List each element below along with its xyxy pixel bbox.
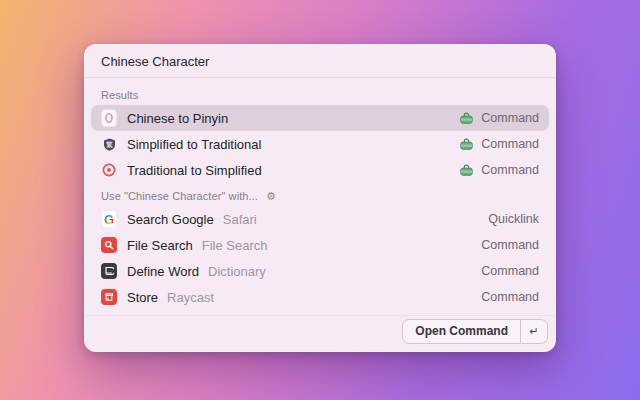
list-item-title: Simplified to Traditional xyxy=(127,137,261,152)
list-item-title: Traditional to Simplified xyxy=(127,163,262,178)
list-item[interactable]: G Search Google Safari Quicklink xyxy=(91,206,549,232)
search-input[interactable]: Chinese Character xyxy=(85,45,555,78)
list-item-type-label: Command xyxy=(481,137,539,151)
raycast-window: Chinese Character Results Chinese to Pin… xyxy=(84,44,556,352)
list-item-type-label: Command xyxy=(481,238,539,252)
results-list: Results Chinese to Pinyin Command 繁 Simp… xyxy=(85,78,555,315)
google-g-icon: G xyxy=(101,211,117,227)
list-item-subtitle: Safari xyxy=(223,212,257,227)
store-icon xyxy=(101,289,117,305)
list-item-type-label: Command xyxy=(481,163,539,177)
section-header-label: Use "Chinese Character" with... xyxy=(101,190,258,202)
list-item-type-label: Command xyxy=(481,264,539,278)
list-item-type-label: Quicklink xyxy=(488,212,539,226)
list-item-type-label: Command xyxy=(481,111,539,125)
footer: Open Command ↵ xyxy=(85,315,555,351)
search-input-value: Chinese Character xyxy=(101,54,209,69)
file-search-icon xyxy=(101,237,117,253)
section-header: Results xyxy=(101,89,539,101)
list-item-subtitle: Raycast xyxy=(167,290,214,305)
list-item[interactable]: File Search File Search Command xyxy=(91,232,549,258)
list-item-subtitle: Dictionary xyxy=(208,264,266,279)
list-item-title: Define Word xyxy=(127,264,199,279)
section-header: Use "Chinese Character" with... ⚙ xyxy=(101,190,539,202)
list-item[interactable]: Traditional to Simplified Command xyxy=(91,157,549,183)
list-section: Use "Chinese Character" with... ⚙ G Sear… xyxy=(91,183,549,310)
list-item[interactable]: 繁 Simplified to Traditional Command xyxy=(91,131,549,157)
section-header-label: Results xyxy=(101,89,138,101)
desktop: { "window": { "search": { "value": "Chin… xyxy=(0,0,640,400)
list-item-type-label: Command xyxy=(481,290,539,304)
simplified-icon xyxy=(101,162,117,178)
command-badge-icon xyxy=(459,137,474,152)
list-item-title: Store xyxy=(127,290,158,305)
list-item-subtitle: File Search xyxy=(202,238,268,253)
traditional-icon: 繁 xyxy=(101,136,117,152)
list-section: Results Chinese to Pinyin Command 繁 Simp… xyxy=(91,82,549,183)
list-item[interactable]: Chinese to Pinyin Command xyxy=(91,105,549,131)
list-item[interactable]: Define Word Dictionary Command xyxy=(91,258,549,284)
open-command-label: Open Command xyxy=(403,324,520,338)
list-item-title: Chinese to Pinyin xyxy=(127,111,228,126)
list-item[interactable]: Store Raycast Command xyxy=(91,284,549,310)
svg-text:繁: 繁 xyxy=(106,141,113,149)
list-item-title: Search Google xyxy=(127,212,214,227)
dictionary-icon xyxy=(101,263,117,279)
list-item-title: File Search xyxy=(127,238,193,253)
return-key-icon: ↵ xyxy=(520,320,547,343)
command-badge-icon xyxy=(459,111,474,126)
open-command-button[interactable]: Open Command ↵ xyxy=(402,319,548,344)
command-badge-icon xyxy=(459,163,474,178)
gear-icon[interactable]: ⚙ xyxy=(266,191,276,202)
pinyin-icon xyxy=(101,110,117,126)
